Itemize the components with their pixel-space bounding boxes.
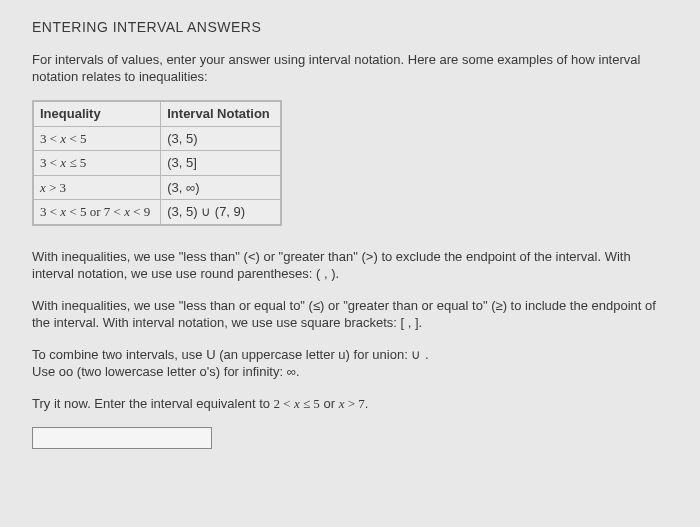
- cell-inequality: x > 3: [33, 175, 161, 200]
- answer-wrap: [32, 427, 668, 449]
- answer-input[interactable]: [32, 427, 212, 449]
- explain-exclude: With inequalities, we use "less than" (<…: [32, 248, 668, 283]
- col-header-interval: Interval Notation: [161, 101, 281, 126]
- cell-interval: (3, 5): [161, 126, 281, 151]
- table-row: 3 < x ≤ 5 (3, 5]: [33, 151, 281, 176]
- try-prompt: Try it now. Enter the interval equivalen…: [32, 395, 668, 413]
- table-row: x > 3 (3, ∞): [33, 175, 281, 200]
- intro-text: For intervals of values, enter your answ…: [32, 51, 668, 86]
- cell-inequality: 3 < x < 5: [33, 126, 161, 151]
- col-header-inequality: Inequality: [33, 101, 161, 126]
- table-header-row: Inequality Interval Notation: [33, 101, 281, 126]
- table-row: 3 < x < 5 or 7 < x < 9 (3, 5) ∪ (7, 9): [33, 200, 281, 225]
- table-row: 3 < x < 5 (3, 5): [33, 126, 281, 151]
- cell-interval: (3, 5) ∪ (7, 9): [161, 200, 281, 225]
- cell-inequality: 3 < x ≤ 5: [33, 151, 161, 176]
- cell-interval: (3, ∞): [161, 175, 281, 200]
- examples-table: Inequality Interval Notation 3 < x < 5 (…: [32, 100, 282, 226]
- explain-union: To combine two intervals, use U (an uppe…: [32, 347, 429, 362]
- cell-inequality: 3 < x < 5 or 7 < x < 9: [33, 200, 161, 225]
- explain-union-infinity: To combine two intervals, use U (an uppe…: [32, 346, 668, 381]
- cell-interval: (3, 5]: [161, 151, 281, 176]
- content-page: ENTERING INTERVAL ANSWERS For intervals …: [0, 0, 700, 461]
- page-title: ENTERING INTERVAL ANSWERS: [32, 18, 668, 37]
- explain-infinity: Use oo (two lowercase letter o's) for in…: [32, 364, 300, 379]
- explain-include: With inequalities, we use "less than or …: [32, 297, 668, 332]
